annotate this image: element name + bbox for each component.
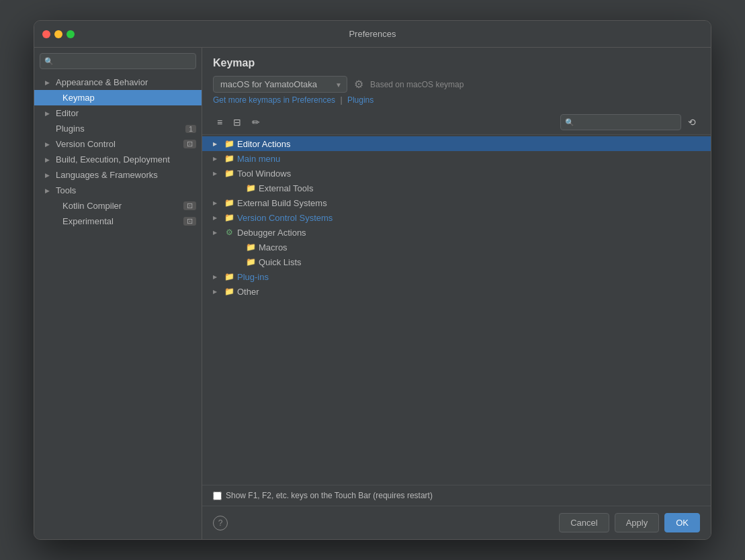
kotlin-badge: ⊡: [183, 201, 196, 210]
sidebar-item-appearance[interactable]: ▶ Appearance & Behavior: [34, 75, 202, 90]
tree-item-main-menu[interactable]: ▶ 📁 Main menu: [202, 151, 711, 166]
sidebar-item-build[interactable]: ▶ Build, Execution, Deployment: [34, 152, 202, 167]
tree-arrow-icon: ▶: [213, 200, 221, 206]
sidebar-item-label: Kotlin Compiler: [62, 201, 122, 211]
gear-icon: ⚙: [224, 227, 234, 238]
tree-item-label: Other: [237, 287, 700, 297]
tree-item-macros[interactable]: 📁 Macros: [202, 240, 711, 254]
tree-item-editor-actions[interactable]: ▶ 📁 Editor Actions: [202, 136, 711, 151]
tree-item-version-control-systems[interactable]: ▶ 📁 Version Control Systems: [202, 210, 711, 225]
ok-button[interactable]: OK: [664, 513, 700, 532]
sidebar-item-label: Build, Execution, Deployment: [56, 154, 170, 165]
maximize-button[interactable]: [67, 30, 75, 38]
content-area: 🔍 ▶ Appearance & Behavior Keymap ▶ Edito…: [34, 48, 711, 539]
help-button[interactable]: ?: [213, 516, 228, 530]
folder-icon: 📁: [224, 138, 234, 149]
tree-search-input[interactable]: [560, 114, 681, 130]
based-on-text: Based on macOS keymap: [370, 80, 464, 89]
arrow-icon: ▶: [45, 156, 52, 163]
folder-icon: 📁: [224, 153, 234, 164]
sidebar-item-version-control[interactable]: ▶ Version Control ⊡: [34, 136, 202, 152]
tree-item-label: Macros: [259, 242, 700, 252]
links-separator: |: [340, 95, 342, 105]
arrow-icon: ▶: [45, 79, 52, 86]
collapse-all-button[interactable]: ⊟: [229, 114, 245, 130]
tree-item-label: Plug-ins: [237, 272, 700, 282]
sidebar-item-experimental[interactable]: Experimental ⊡: [34, 214, 202, 229]
arrow-icon: ▶: [45, 110, 52, 117]
tree-search-icon: 🔍: [565, 118, 574, 127]
sidebar-item-label: Version Control: [56, 139, 116, 149]
touch-bar-checkbox-row[interactable]: Show F1, F2, etc. keys on the Touch Bar …: [213, 491, 433, 500]
arrow-icon: ▶: [45, 141, 52, 148]
sidebar-item-kotlin-compiler[interactable]: Kotlin Compiler ⊡: [34, 198, 202, 214]
tree-arrow-icon: ▶: [213, 289, 221, 295]
sidebar: 🔍 ▶ Appearance & Behavior Keymap ▶ Edito…: [34, 48, 202, 539]
close-button[interactable]: [42, 30, 50, 38]
expand-all-button[interactable]: ≡: [213, 114, 226, 130]
tree-item-external-build-systems[interactable]: ▶ 📁 External Build Systems: [202, 195, 711, 210]
apply-button[interactable]: Apply: [615, 513, 660, 532]
sidebar-item-label: Appearance & Behavior: [56, 77, 148, 87]
minimize-button[interactable]: [54, 30, 62, 38]
tree-arrow-icon: ▶: [213, 230, 221, 236]
version-control-badge: ⊡: [183, 140, 196, 148]
edit-button[interactable]: ✏: [248, 114, 264, 130]
tree-item-external-tools[interactable]: 📁 External Tools: [202, 181, 711, 195]
folder-icon: 📁: [224, 286, 234, 297]
titlebar: Preferences: [34, 21, 711, 48]
sidebar-item-label: Languages & Frameworks: [56, 170, 158, 180]
folder-icon: 📁: [224, 212, 234, 223]
tree-item-label: External Tools: [259, 183, 700, 193]
sidebar-item-keymap[interactable]: Keymap: [34, 90, 202, 105]
sidebar-search-wrapper: 🔍: [40, 53, 196, 69]
sidebar-item-label: Editor: [56, 108, 79, 118]
tree-arrow-icon: ▶: [213, 215, 221, 221]
folder-icon: 📁: [224, 271, 234, 282]
keymap-dropdown[interactable]: macOS for YamatoOtaka: [213, 76, 347, 93]
sidebar-search-input[interactable]: [40, 53, 196, 69]
main-panel: Keymap macOS for YamatoOtaka ▼ ⚙ Based o…: [202, 48, 711, 539]
touch-bar-label: Show F1, F2, etc. keys on the Touch Bar …: [226, 491, 433, 500]
folder-icon: 📁: [245, 183, 256, 193]
tree-arrow-icon: ▶: [213, 274, 221, 280]
keymap-dropdown-wrapper: macOS for YamatoOtaka ▼: [213, 76, 347, 93]
tree-item-debugger-actions[interactable]: ▶ ⚙ Debugger Actions: [202, 225, 711, 240]
restore-button[interactable]: ⟲: [684, 114, 700, 130]
tree-item-label: Main menu: [237, 154, 700, 164]
sidebar-item-label: Experimental: [62, 216, 114, 226]
folder-icon: 📁: [245, 242, 256, 252]
sidebar-item-editor[interactable]: ▶ Editor: [34, 105, 202, 121]
sidebar-item-tools[interactable]: ▶ Tools: [34, 183, 202, 198]
tree-toolbar: ≡ ⊟ ✏ 🔍 ⟲: [202, 110, 711, 135]
tree-item-label: Version Control Systems: [237, 213, 700, 223]
sidebar-item-plugins[interactable]: Plugins 1: [34, 121, 202, 136]
tree-item-label: Quick Lists: [259, 257, 700, 267]
plugins-link[interactable]: Plugins: [347, 95, 374, 105]
tree-item-quick-lists[interactable]: 📁 Quick Lists: [202, 254, 711, 269]
folder-icon: 📁: [245, 256, 256, 267]
main-header: Keymap macOS for YamatoOtaka ▼ ⚙ Based o…: [202, 48, 711, 110]
sidebar-item-label: Keymap: [62, 93, 95, 103]
tree-arrow-icon: ▶: [213, 141, 221, 147]
arrow-icon: ▶: [45, 172, 52, 179]
tree-item-plug-ins[interactable]: ▶ 📁 Plug-ins: [202, 269, 711, 284]
touch-bar-checkbox[interactable]: [213, 492, 222, 500]
gear-icon[interactable]: ⚙: [353, 77, 365, 92]
tree-item-other[interactable]: ▶ 📁 Other: [202, 284, 711, 299]
cancel-button[interactable]: Cancel: [559, 513, 609, 532]
get-more-keymaps-link[interactable]: Get more keymaps in Preferences: [213, 95, 335, 105]
page-title: Keymap: [213, 57, 700, 69]
footer: ? Cancel Apply OK: [202, 506, 711, 539]
sidebar-item-languages[interactable]: ▶ Languages & Frameworks: [34, 167, 202, 183]
tree-item-tool-windows[interactable]: ▶ 📁 Tool Windows: [202, 166, 711, 181]
footer-left: ?: [213, 516, 228, 530]
folder-icon: 📁: [224, 197, 234, 208]
sidebar-item-label: Tools: [56, 185, 76, 195]
window-title: Preferences: [349, 29, 396, 39]
tree-arrow-icon: ▶: [213, 171, 221, 177]
tree-arrow-icon: ▶: [213, 156, 221, 162]
sidebar-item-label: Plugins: [56, 124, 85, 134]
sidebar-search-icon: 🔍: [44, 57, 54, 66]
arrow-icon: ▶: [45, 187, 52, 194]
